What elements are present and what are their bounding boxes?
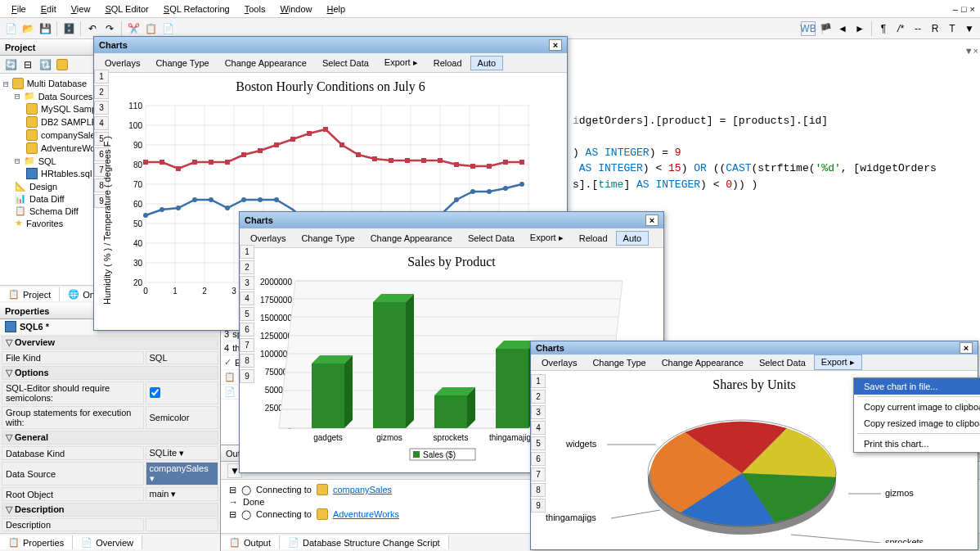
svg-point-87 bbox=[519, 182, 524, 187]
btn-auto[interactable]: Auto bbox=[616, 231, 650, 246]
editor-dropdown-icon[interactable]: ▼× bbox=[964, 46, 978, 56]
svg-rect-63 bbox=[372, 156, 377, 161]
menu-tools[interactable]: Tools bbox=[238, 2, 272, 16]
tab-overview[interactable]: 📄Overview bbox=[73, 535, 142, 549]
btn-export[interactable]: Export ▸ bbox=[814, 355, 862, 370]
svg-rect-67 bbox=[438, 158, 443, 163]
svg-text:70: 70 bbox=[133, 180, 143, 189]
cut-icon[interactable]: ✂️ bbox=[126, 21, 141, 36]
uncomment-icon[interactable]: -- bbox=[910, 21, 925, 36]
svg-rect-52 bbox=[192, 160, 197, 165]
r-icon[interactable]: R bbox=[928, 21, 942, 36]
format-icon[interactable]: ¶ bbox=[876, 21, 891, 36]
btn-changeappearance[interactable]: Change Appearance bbox=[654, 355, 751, 370]
export-copy-current[interactable]: Copy current image to clipboard bbox=[854, 399, 980, 415]
menubar: File Edit View SQL Editor SQL Refactorin… bbox=[0, 0, 980, 18]
undo-icon[interactable]: ↶ bbox=[85, 21, 100, 36]
export-copy-resized[interactable]: Copy resized image to clipboard bbox=[854, 415, 980, 431]
paste-icon[interactable]: 📄 bbox=[160, 21, 175, 36]
output-link-company[interactable]: companySales bbox=[333, 485, 392, 495]
svg-text:80: 80 bbox=[133, 160, 143, 169]
menu-view[interactable]: View bbox=[65, 2, 97, 16]
svg-rect-71 bbox=[503, 160, 508, 165]
arrow-icon: ◯ bbox=[241, 509, 251, 520]
sync-icon[interactable]: 🔄 bbox=[3, 57, 18, 72]
svg-text:thingamajigs: thingamajigs bbox=[489, 433, 535, 442]
restore-button[interactable]: □ bbox=[961, 4, 967, 14]
comment-icon[interactable]: /* bbox=[893, 21, 908, 36]
svg-rect-116 bbox=[496, 349, 528, 428]
svg-rect-68 bbox=[454, 162, 459, 167]
btn-changeappearance[interactable]: Change Appearance bbox=[218, 56, 314, 70]
chart-titlebar[interactable]: Charts × bbox=[240, 212, 663, 228]
down-icon[interactable]: ▼ bbox=[962, 21, 977, 36]
btn-selectdata[interactable]: Select Data bbox=[461, 231, 522, 246]
btn-selectdata[interactable]: Select Data bbox=[752, 355, 813, 370]
t-icon[interactable]: T bbox=[945, 21, 960, 36]
btn-overlays[interactable]: Overlays bbox=[243, 231, 293, 246]
svg-rect-72 bbox=[519, 160, 524, 165]
menu-sql-editor[interactable]: SQL Editor bbox=[98, 2, 155, 16]
btn-selectdata[interactable]: Select Data bbox=[315, 56, 376, 70]
svg-rect-61 bbox=[339, 142, 344, 147]
svg-point-81 bbox=[274, 197, 279, 202]
tab-dbchange[interactable]: 📄Database Structure Change Script bbox=[280, 535, 449, 549]
chart-window-shares[interactable]: 123456789 Charts × Overlays Change Type … bbox=[530, 341, 978, 550]
refresh-icon[interactable]: 🔃 bbox=[38, 57, 52, 72]
menu-file[interactable]: File bbox=[5, 2, 33, 16]
btn-changeappearance[interactable]: Change Appearance bbox=[363, 231, 460, 246]
chart-titlebar[interactable]: Charts × bbox=[531, 341, 978, 355]
svg-text:20: 20 bbox=[133, 278, 143, 287]
svg-rect-70 bbox=[487, 164, 492, 169]
properties-title: Properties bbox=[5, 306, 49, 316]
code-editor[interactable]: idgetOrders].[product] = [products].[id]… bbox=[564, 88, 980, 217]
tab-output[interactable]: 📋Output bbox=[221, 535, 280, 549]
svg-point-85 bbox=[487, 189, 492, 194]
db-icon[interactable]: 🗄️ bbox=[61, 21, 76, 36]
collapse-icon[interactable]: ⊟ bbox=[20, 57, 35, 72]
btn-export[interactable]: Export ▸ bbox=[523, 230, 571, 246]
export-print[interactable]: Print this chart... bbox=[854, 436, 980, 452]
svg-text:90: 90 bbox=[133, 141, 143, 150]
svg-marker-112 bbox=[406, 294, 414, 428]
btn-changetype[interactable]: Change Type bbox=[294, 231, 362, 246]
output-link-adventure[interactable]: AdventureWorks bbox=[333, 509, 399, 519]
btn-auto[interactable]: Auto bbox=[470, 56, 504, 70]
svg-text:Sales ($): Sales ($) bbox=[423, 450, 456, 459]
new-icon[interactable]: 📄 bbox=[3, 21, 18, 36]
minimize-button[interactable]: – bbox=[953, 4, 958, 14]
tab-properties[interactable]: 📋Properties bbox=[0, 535, 73, 549]
svg-text:sprockets: sprockets bbox=[434, 433, 469, 442]
btn-changetype[interactable]: Change Type bbox=[585, 355, 653, 370]
bookmark-icon[interactable]: WB bbox=[801, 21, 816, 36]
menu-window[interactable]: Window bbox=[273, 2, 318, 16]
nav-next-icon[interactable]: ► bbox=[852, 21, 867, 36]
btn-overlays[interactable]: Overlays bbox=[97, 56, 147, 70]
db-tree-icon[interactable] bbox=[55, 57, 70, 72]
redo-icon[interactable]: ↷ bbox=[102, 21, 117, 36]
chart-close-icon[interactable]: × bbox=[549, 39, 562, 51]
export-save-file[interactable]: Save chart in file... bbox=[854, 378, 980, 395]
btn-reload[interactable]: Reload bbox=[572, 231, 615, 246]
nav-prev-icon[interactable]: ◄ bbox=[835, 21, 850, 36]
btn-export[interactable]: Export ▸ bbox=[377, 55, 425, 70]
btn-overlays[interactable]: Overlays bbox=[534, 355, 584, 370]
btn-reload[interactable]: Reload bbox=[426, 56, 470, 70]
menu-edit[interactable]: Edit bbox=[34, 2, 63, 16]
close-button[interactable]: × bbox=[970, 4, 975, 14]
chart-titlebar[interactable]: Charts × bbox=[94, 37, 567, 53]
save-icon[interactable]: 💾 bbox=[38, 21, 52, 36]
copy-icon[interactable]: 📋 bbox=[143, 21, 158, 36]
chart-close-icon[interactable]: × bbox=[645, 215, 659, 226]
open-icon[interactable]: 📂 bbox=[20, 21, 35, 36]
btn-changetype[interactable]: Change Type bbox=[148, 56, 216, 70]
svg-rect-128 bbox=[413, 451, 420, 458]
tab-project[interactable]: 📋Project bbox=[0, 287, 60, 301]
menu-sql-refactoring[interactable]: SQL Refactoring bbox=[157, 2, 236, 16]
svg-text:50: 50 bbox=[133, 219, 143, 228]
svg-point-86 bbox=[503, 186, 508, 191]
chart-close-icon[interactable]: × bbox=[960, 342, 973, 354]
menu-help[interactable]: Help bbox=[321, 2, 353, 16]
flag-icon[interactable]: 🏴 bbox=[818, 21, 833, 36]
datasource-dropdown[interactable]: companySales ▾ bbox=[146, 462, 219, 486]
